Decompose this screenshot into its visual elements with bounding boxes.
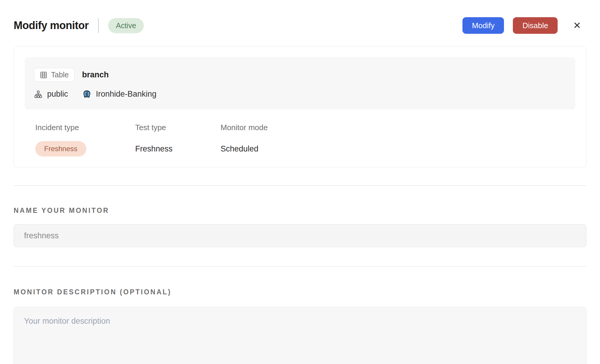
postgresql-elephant-icon — [82, 90, 91, 99]
header: Modify monitor Active Modify Disable ✕ — [14, 17, 586, 34]
monitor-mode-value: Scheduled — [221, 141, 575, 157]
page-title: Modify monitor — [14, 19, 89, 32]
table-grid-icon — [40, 71, 47, 79]
asset-type-label: Table — [51, 71, 69, 79]
asset-type-chip: Table — [34, 68, 74, 82]
modify-monitor-panel: Modify monitor Active Modify Disable ✕ — [0, 17, 600, 364]
monitor-mode-column: Monitor mode Scheduled — [221, 123, 575, 157]
datasource-meta: Ironhide-Banking — [82, 90, 157, 99]
name-section-label: NAME YOUR MONITOR — [14, 207, 586, 215]
asset-panel: Table branch public — [25, 57, 575, 109]
test-type-column: Test type Freshness — [135, 123, 221, 157]
description-section-label: MONITOR DESCRIPTION (OPTIONAL) — [14, 288, 586, 296]
test-type-value: Freshness — [135, 141, 221, 157]
monitor-description-textarea[interactable] — [14, 307, 586, 364]
monitor-summary-card: Table branch public — [14, 46, 586, 167]
test-type-label: Test type — [135, 123, 221, 132]
status-badge: Active — [108, 18, 144, 33]
monitor-mode-label: Monitor mode — [221, 123, 575, 132]
disable-button[interactable]: Disable — [513, 17, 558, 34]
asset-meta-row: public Ironhide-Banking — [34, 90, 566, 99]
freshness-badge: Freshness — [35, 141, 86, 157]
close-icon[interactable]: ✕ — [573, 21, 581, 30]
schema-meta: public — [34, 90, 68, 99]
section-divider — [14, 266, 586, 267]
modify-button[interactable]: Modify — [462, 17, 504, 34]
header-actions: Modify Disable ✕ — [462, 17, 586, 34]
schema-name: public — [47, 90, 68, 99]
schema-hierarchy-icon — [34, 90, 42, 98]
asset-name: branch — [82, 70, 109, 79]
monitor-name-input[interactable] — [14, 224, 586, 247]
section-divider — [14, 185, 586, 186]
asset-title-row: Table branch — [34, 68, 566, 82]
title-divider — [98, 18, 99, 33]
incident-type-value: Freshness — [35, 141, 135, 157]
incident-type-column: Incident type Freshness — [35, 123, 135, 157]
datasource-name: Ironhide-Banking — [96, 90, 157, 99]
monitor-attributes: Incident type Freshness Test type Freshn… — [25, 123, 575, 157]
incident-type-label: Incident type — [35, 123, 135, 132]
